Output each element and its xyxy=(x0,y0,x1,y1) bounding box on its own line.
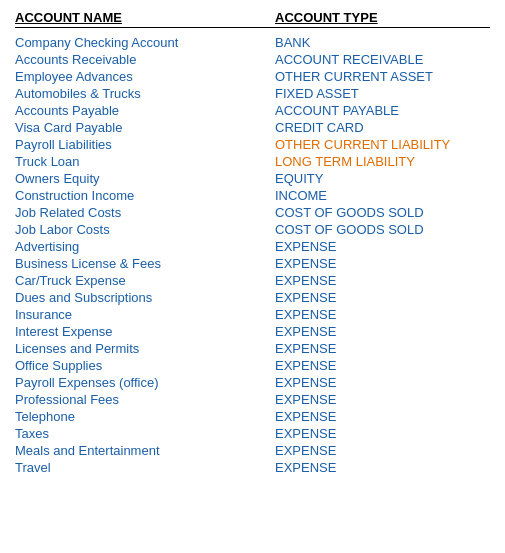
table-row[interactable]: Job Labor CostsCOST OF GOODS SOLD xyxy=(15,221,490,238)
account-name[interactable]: Employee Advances xyxy=(15,69,275,84)
account-type: EXPENSE xyxy=(275,460,490,475)
account-type: COST OF GOODS SOLD xyxy=(275,222,490,237)
account-type: EXPENSE xyxy=(275,358,490,373)
accounts-table: ACCOUNT NAME ACCOUNT TYPE Company Checki… xyxy=(15,10,490,476)
account-type: INCOME xyxy=(275,188,490,203)
table-row[interactable]: Dues and SubscriptionsEXPENSE xyxy=(15,289,490,306)
account-name[interactable]: Accounts Payable xyxy=(15,103,275,118)
table-row[interactable]: Business License & FeesEXPENSE xyxy=(15,255,490,272)
table-row[interactable]: Company Checking AccountBANK xyxy=(15,34,490,51)
table-row[interactable]: Interest ExpenseEXPENSE xyxy=(15,323,490,340)
table-row[interactable]: TelephoneEXPENSE xyxy=(15,408,490,425)
column-header-name: ACCOUNT NAME xyxy=(15,10,275,25)
table-row[interactable]: Job Related CostsCOST OF GOODS SOLD xyxy=(15,204,490,221)
account-type: EQUITY xyxy=(275,171,490,186)
account-type: EXPENSE xyxy=(275,273,490,288)
account-name[interactable]: Interest Expense xyxy=(15,324,275,339)
account-type: EXPENSE xyxy=(275,392,490,407)
account-name[interactable]: Telephone xyxy=(15,409,275,424)
account-name[interactable]: Payroll Liabilities xyxy=(15,137,275,152)
table-row[interactable]: TravelEXPENSE xyxy=(15,459,490,476)
table-row[interactable]: Meals and EntertainmentEXPENSE xyxy=(15,442,490,459)
account-type: COST OF GOODS SOLD xyxy=(275,205,490,220)
account-type: BANK xyxy=(275,35,490,50)
account-name[interactable]: Licenses and Permits xyxy=(15,341,275,356)
table-row[interactable]: InsuranceEXPENSE xyxy=(15,306,490,323)
account-name[interactable]: Owners Equity xyxy=(15,171,275,186)
table-row[interactable]: Accounts ReceivableACCOUNT RECEIVABLE xyxy=(15,51,490,68)
table-row[interactable]: Employee AdvancesOTHER CURRENT ASSET xyxy=(15,68,490,85)
table-row[interactable]: Construction IncomeINCOME xyxy=(15,187,490,204)
account-type: CREDIT CARD xyxy=(275,120,490,135)
table-row[interactable]: AdvertisingEXPENSE xyxy=(15,238,490,255)
account-type: EXPENSE xyxy=(275,341,490,356)
account-type: EXPENSE xyxy=(275,375,490,390)
account-name[interactable]: Taxes xyxy=(15,426,275,441)
table-row[interactable]: Licenses and PermitsEXPENSE xyxy=(15,340,490,357)
account-type: EXPENSE xyxy=(275,307,490,322)
account-type: FIXED ASSET xyxy=(275,86,490,101)
account-name[interactable]: Job Related Costs xyxy=(15,205,275,220)
account-type: EXPENSE xyxy=(275,324,490,339)
table-row[interactable]: Payroll LiabilitiesOTHER CURRENT LIABILI… xyxy=(15,136,490,153)
table-row[interactable]: Car/Truck ExpenseEXPENSE xyxy=(15,272,490,289)
account-type: EXPENSE xyxy=(275,290,490,305)
table-body: Company Checking AccountBANKAccounts Rec… xyxy=(15,34,490,476)
account-type: ACCOUNT RECEIVABLE xyxy=(275,52,490,67)
table-row[interactable]: Automobiles & TrucksFIXED ASSET xyxy=(15,85,490,102)
account-type: EXPENSE xyxy=(275,443,490,458)
table-row[interactable]: Professional FeesEXPENSE xyxy=(15,391,490,408)
account-name[interactable]: Truck Loan xyxy=(15,154,275,169)
account-name[interactable]: Meals and Entertainment xyxy=(15,443,275,458)
table-row[interactable]: Owners EquityEQUITY xyxy=(15,170,490,187)
account-name[interactable]: Travel xyxy=(15,460,275,475)
account-type: EXPENSE xyxy=(275,426,490,441)
table-header: ACCOUNT NAME ACCOUNT TYPE xyxy=(15,10,490,28)
account-name[interactable]: Dues and Subscriptions xyxy=(15,290,275,305)
account-type: EXPENSE xyxy=(275,409,490,424)
account-type: OTHER CURRENT LIABILITY xyxy=(275,137,490,152)
account-name[interactable]: Automobiles & Trucks xyxy=(15,86,275,101)
table-row[interactable]: Accounts PayableACCOUNT PAYABLE xyxy=(15,102,490,119)
account-type: OTHER CURRENT ASSET xyxy=(275,69,490,84)
account-name[interactable]: Business License & Fees xyxy=(15,256,275,271)
account-name[interactable]: Advertising xyxy=(15,239,275,254)
account-name[interactable]: Insurance xyxy=(15,307,275,322)
account-type: EXPENSE xyxy=(275,256,490,271)
table-row[interactable]: Truck LoanLONG TERM LIABILITY xyxy=(15,153,490,170)
account-name[interactable]: Job Labor Costs xyxy=(15,222,275,237)
account-name[interactable]: Car/Truck Expense xyxy=(15,273,275,288)
account-type: LONG TERM LIABILITY xyxy=(275,154,490,169)
account-name[interactable]: Accounts Receivable xyxy=(15,52,275,67)
table-row[interactable]: Office SuppliesEXPENSE xyxy=(15,357,490,374)
account-name[interactable]: Payroll Expenses (office) xyxy=(15,375,275,390)
account-name[interactable]: Office Supplies xyxy=(15,358,275,373)
column-header-type: ACCOUNT TYPE xyxy=(275,10,490,25)
account-name[interactable]: Visa Card Payable xyxy=(15,120,275,135)
account-name[interactable]: Professional Fees xyxy=(15,392,275,407)
table-row[interactable]: TaxesEXPENSE xyxy=(15,425,490,442)
account-name[interactable]: Construction Income xyxy=(15,188,275,203)
account-type: ACCOUNT PAYABLE xyxy=(275,103,490,118)
table-row[interactable]: Payroll Expenses (office)EXPENSE xyxy=(15,374,490,391)
table-row[interactable]: Visa Card PayableCREDIT CARD xyxy=(15,119,490,136)
account-name[interactable]: Company Checking Account xyxy=(15,35,275,50)
account-type: EXPENSE xyxy=(275,239,490,254)
